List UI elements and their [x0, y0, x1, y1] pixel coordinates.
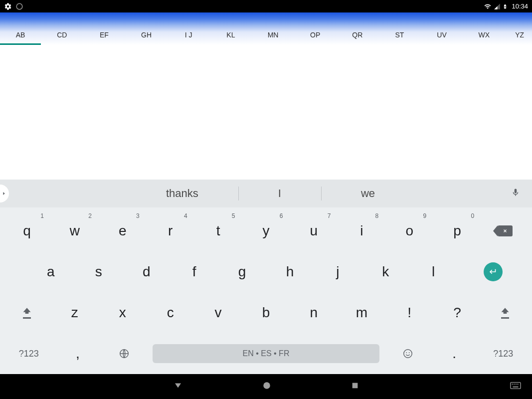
comma-key[interactable]: , — [54, 333, 101, 374]
status-bar: 10:34 — [0, 0, 532, 12]
mic-button[interactable] — [511, 187, 520, 200]
key-m[interactable]: m — [338, 292, 385, 333]
svg-rect-8 — [512, 384, 513, 385]
key-p[interactable]: 0p — [433, 210, 481, 251]
key-l[interactable]: l — [409, 251, 457, 292]
tab-ij[interactable]: I J — [168, 26, 210, 45]
wifi-icon — [484, 3, 492, 10]
key-h[interactable]: h — [266, 251, 314, 292]
tab-qr[interactable]: QR — [336, 26, 378, 45]
shift-key-left[interactable] — [3, 292, 51, 333]
key-q[interactable]: 1q — [3, 210, 51, 251]
key-k[interactable]: k — [361, 251, 409, 292]
key-question[interactable]: ? — [433, 292, 481, 333]
tab-op[interactable]: OP — [294, 26, 337, 45]
key-w[interactable]: 2w — [51, 210, 99, 251]
key-x[interactable]: x — [99, 292, 147, 333]
circle-icon — [16, 3, 23, 10]
smile-icon — [402, 348, 413, 359]
key-a[interactable]: a — [27, 251, 75, 292]
svg-rect-10 — [516, 384, 517, 385]
svg-rect-9 — [514, 384, 515, 385]
svg-point-3 — [406, 352, 407, 353]
content-area — [0, 45, 532, 180]
microphone-icon — [511, 187, 520, 198]
globe-icon — [119, 348, 130, 359]
nav-ime[interactable] — [510, 382, 521, 392]
expand-handle[interactable] — [0, 185, 9, 202]
battery-icon — [503, 2, 508, 10]
suggestion-2[interactable]: we — [321, 187, 415, 200]
symbols-key-left[interactable]: ?123 — [3, 333, 54, 374]
tab-yz[interactable]: YZ — [505, 26, 532, 45]
key-v[interactable]: v — [194, 292, 242, 333]
shift-key-right[interactable] — [481, 292, 529, 333]
square-icon — [351, 382, 359, 390]
key-g[interactable]: g — [218, 251, 266, 292]
space-key[interactable]: EN • ES • FR — [148, 333, 385, 374]
nav-home[interactable] — [262, 381, 271, 392]
suggestion-row: thanksIwe — [0, 180, 532, 207]
svg-point-2 — [404, 350, 412, 358]
language-key[interactable] — [101, 333, 148, 374]
shift-icon — [500, 307, 510, 319]
key-y[interactable]: 6y — [242, 210, 290, 251]
key-e[interactable]: 3e — [99, 210, 147, 251]
key-o[interactable]: 9o — [385, 210, 433, 251]
tab-ab[interactable]: AB — [0, 26, 41, 45]
enter-icon — [484, 262, 503, 281]
tab-gh[interactable]: GH — [125, 26, 168, 45]
key-u[interactable]: 7u — [290, 210, 338, 251]
tab-uv[interactable]: UV — [421, 26, 463, 45]
svg-rect-11 — [518, 384, 519, 385]
tab-strip: ABCDEFGHI JKLMNOPQRSTUVWXYZ — [0, 12, 532, 45]
status-time: 10:34 — [512, 2, 528, 10]
key-c[interactable]: c — [147, 292, 194, 333]
svg-rect-6 — [352, 383, 357, 389]
symbols-key-right[interactable]: ?123 — [478, 333, 529, 374]
key-d[interactable]: d — [123, 251, 171, 292]
suggestion-0[interactable]: thanks — [126, 187, 238, 200]
tab-kl[interactable]: KL — [210, 26, 252, 45]
key-exclaim[interactable]: ! — [385, 292, 433, 333]
chevron-right-icon — [1, 190, 6, 197]
keyboard: thanksIwe 1q2w3e4r5t6y7u8i9o0p asdfghjkl… — [0, 180, 532, 374]
backspace-key[interactable] — [481, 210, 529, 251]
nav-recent[interactable] — [351, 382, 359, 392]
keyboard-icon — [510, 382, 521, 390]
key-r[interactable]: 4r — [147, 210, 194, 251]
svg-rect-12 — [513, 387, 519, 388]
key-j[interactable]: j — [314, 251, 361, 292]
key-z[interactable]: z — [51, 292, 99, 333]
key-i[interactable]: 8i — [338, 210, 385, 251]
navigation-bar — [0, 374, 532, 399]
suggestion-1[interactable]: I — [238, 187, 321, 200]
emoji-key[interactable] — [384, 333, 431, 374]
key-s[interactable]: s — [75, 251, 123, 292]
backspace-icon — [498, 225, 513, 236]
shift-icon — [22, 307, 32, 319]
tab-cd[interactable]: CD — [41, 26, 83, 45]
tab-st[interactable]: ST — [378, 26, 421, 45]
enter-key[interactable] — [457, 251, 529, 292]
circle-icon — [262, 381, 271, 390]
key-b[interactable]: b — [242, 292, 290, 333]
triangle-down-icon — [174, 381, 182, 390]
svg-point-4 — [409, 352, 410, 353]
key-f[interactable]: f — [171, 251, 218, 292]
svg-point-5 — [263, 382, 270, 389]
tab-ef[interactable]: EF — [83, 26, 126, 45]
svg-point-0 — [16, 3, 22, 9]
key-n[interactable]: n — [290, 292, 338, 333]
signal-icon — [494, 3, 501, 10]
svg-rect-7 — [511, 383, 521, 389]
tab-mn[interactable]: MN — [252, 26, 294, 45]
nav-back[interactable] — [174, 381, 182, 392]
key-t[interactable]: 5t — [194, 210, 242, 251]
tab-wx[interactable]: WX — [463, 26, 505, 45]
period-key[interactable]: . — [431, 333, 478, 374]
gear-icon — [4, 2, 12, 10]
